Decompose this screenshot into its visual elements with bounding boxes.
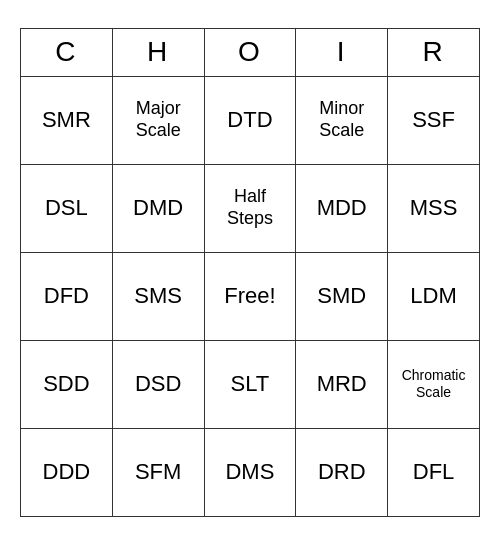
header-col-c: C bbox=[21, 28, 113, 76]
cell-r0-c1: Major Scale bbox=[112, 76, 204, 164]
header-col-i: I bbox=[296, 28, 388, 76]
cell-r4-c4: DFL bbox=[388, 428, 480, 516]
cell-r3-c3: MRD bbox=[296, 340, 388, 428]
cell-r1-c2: Half Steps bbox=[204, 164, 296, 252]
table-row: DFDSMSFree!SMDLDM bbox=[21, 252, 480, 340]
header-col-h: H bbox=[112, 28, 204, 76]
table-row: DDDSFMDMSDRDDFL bbox=[21, 428, 480, 516]
cell-r1-c3: MDD bbox=[296, 164, 388, 252]
cell-r2-c0: DFD bbox=[21, 252, 113, 340]
cell-r4-c0: DDD bbox=[21, 428, 113, 516]
cell-r4-c3: DRD bbox=[296, 428, 388, 516]
table-row: SMRMajor ScaleDTDMinor ScaleSSF bbox=[21, 76, 480, 164]
cell-r1-c4: MSS bbox=[388, 164, 480, 252]
header-row: CHOIR bbox=[21, 28, 480, 76]
cell-r2-c3: SMD bbox=[296, 252, 388, 340]
cell-r2-c1: SMS bbox=[112, 252, 204, 340]
cell-r4-c1: SFM bbox=[112, 428, 204, 516]
table-row: SDDDSDSLTMRDChromatic Scale bbox=[21, 340, 480, 428]
cell-r0-c0: SMR bbox=[21, 76, 113, 164]
cell-r3-c2: SLT bbox=[204, 340, 296, 428]
cell-r1-c0: DSL bbox=[21, 164, 113, 252]
cell-r3-c1: DSD bbox=[112, 340, 204, 428]
cell-r0-c2: DTD bbox=[204, 76, 296, 164]
table-row: DSLDMDHalf StepsMDDMSS bbox=[21, 164, 480, 252]
cell-r1-c1: DMD bbox=[112, 164, 204, 252]
cell-r3-c4: Chromatic Scale bbox=[388, 340, 480, 428]
bingo-table: CHOIR SMRMajor ScaleDTDMinor ScaleSSFDSL… bbox=[20, 28, 480, 517]
cell-r2-c4: LDM bbox=[388, 252, 480, 340]
cell-r4-c2: DMS bbox=[204, 428, 296, 516]
cell-r0-c4: SSF bbox=[388, 76, 480, 164]
cell-r3-c0: SDD bbox=[21, 340, 113, 428]
header-col-o: O bbox=[204, 28, 296, 76]
cell-r0-c3: Minor Scale bbox=[296, 76, 388, 164]
header-col-r: R bbox=[388, 28, 480, 76]
cell-r2-c2: Free! bbox=[204, 252, 296, 340]
